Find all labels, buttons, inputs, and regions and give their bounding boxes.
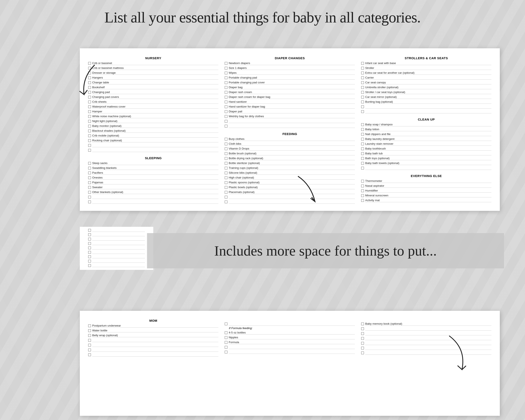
checkbox[interactable] — [88, 251, 91, 254]
checkbox[interactable] — [361, 332, 364, 335]
checkbox[interactable] — [225, 346, 227, 349]
checkbox[interactable] — [361, 86, 364, 89]
checkbox[interactable] — [361, 91, 364, 94]
checkbox[interactable] — [225, 125, 227, 128]
checkbox[interactable] — [225, 110, 227, 113]
checkbox[interactable] — [88, 201, 91, 203]
checkbox[interactable] — [225, 67, 227, 69]
checkbox[interactable] — [225, 147, 227, 150]
checkbox[interactable] — [88, 162, 91, 165]
checkbox[interactable] — [225, 91, 227, 94]
checkbox[interactable] — [361, 81, 364, 84]
checkbox[interactable] — [361, 185, 364, 187]
checkbox[interactable] — [88, 120, 91, 123]
checkbox[interactable] — [361, 76, 364, 79]
checkbox[interactable] — [225, 323, 227, 325]
checkbox[interactable] — [225, 201, 227, 203]
checkbox[interactable] — [88, 134, 91, 137]
checkbox[interactable] — [361, 327, 364, 330]
checkbox[interactable] — [225, 152, 227, 155]
checkbox[interactable] — [88, 238, 91, 241]
checkbox[interactable] — [88, 247, 91, 249]
checkbox[interactable] — [225, 351, 227, 354]
checkbox[interactable] — [361, 101, 364, 103]
checkbox[interactable] — [88, 125, 91, 128]
checkbox[interactable] — [225, 172, 227, 174]
checkbox[interactable] — [88, 354, 91, 356]
checkbox[interactable] — [361, 167, 364, 169]
checkbox[interactable] — [88, 149, 91, 152]
checkbox[interactable] — [225, 191, 227, 194]
checkbox[interactable] — [225, 115, 227, 118]
checkbox[interactable] — [361, 199, 364, 202]
checkbox[interactable] — [361, 342, 364, 345]
checkbox[interactable] — [88, 186, 91, 189]
checkbox[interactable] — [88, 176, 91, 179]
checkbox[interactable] — [88, 325, 91, 327]
checkbox[interactable] — [225, 120, 227, 123]
checkbox[interactable] — [88, 167, 91, 169]
checkbox[interactable] — [225, 76, 227, 79]
checkbox[interactable] — [225, 143, 227, 145]
checkbox[interactable] — [88, 172, 91, 174]
checkbox[interactable] — [361, 72, 364, 74]
checkbox[interactable] — [361, 147, 364, 150]
checkbox[interactable] — [361, 123, 364, 126]
checkbox[interactable] — [88, 229, 91, 232]
checkbox[interactable] — [361, 180, 364, 183]
checkbox[interactable] — [225, 62, 227, 65]
checkbox[interactable] — [361, 105, 364, 108]
checkbox[interactable] — [361, 143, 364, 145]
checkbox[interactable] — [361, 347, 364, 349]
checkbox[interactable] — [225, 72, 227, 74]
checkbox[interactable] — [361, 323, 364, 325]
checkbox[interactable] — [225, 331, 227, 334]
checkbox[interactable] — [361, 110, 364, 113]
checkbox[interactable] — [88, 334, 91, 337]
checkbox[interactable] — [361, 152, 364, 155]
checkbox[interactable] — [361, 194, 364, 197]
checkbox[interactable] — [225, 86, 227, 89]
checkbox[interactable] — [361, 67, 364, 69]
checkbox[interactable] — [361, 352, 364, 354]
checkbox[interactable] — [88, 139, 91, 142]
checkbox[interactable] — [225, 181, 227, 184]
checkbox[interactable] — [88, 196, 91, 198]
checkbox[interactable] — [361, 162, 364, 165]
checkbox[interactable] — [225, 341, 227, 344]
checkbox[interactable] — [88, 349, 91, 351]
checkbox[interactable] — [88, 181, 91, 184]
checkbox[interactable] — [225, 157, 227, 160]
checkbox[interactable] — [361, 189, 364, 192]
checkbox[interactable] — [225, 176, 227, 179]
checkbox[interactable] — [88, 191, 91, 194]
checkbox[interactable] — [361, 138, 364, 140]
checkbox[interactable] — [361, 128, 364, 131]
checkbox[interactable] — [88, 264, 91, 267]
checkbox[interactable] — [88, 233, 91, 236]
checkbox[interactable] — [88, 242, 91, 245]
checkbox[interactable] — [225, 186, 227, 189]
checkbox[interactable] — [88, 339, 91, 342]
checkbox[interactable] — [88, 115, 91, 118]
checkbox[interactable] — [88, 105, 91, 108]
checkbox[interactable] — [225, 162, 227, 165]
checkbox[interactable] — [225, 138, 227, 140]
checkbox[interactable] — [88, 329, 91, 332]
checkbox[interactable] — [88, 110, 91, 113]
checkbox[interactable] — [225, 105, 227, 108]
checkbox[interactable] — [88, 260, 91, 262]
checkbox[interactable] — [225, 167, 227, 169]
checkbox[interactable] — [88, 144, 91, 147]
checkbox[interactable] — [361, 133, 364, 136]
checkbox[interactable] — [225, 196, 227, 198]
checkbox[interactable] — [88, 130, 91, 132]
checkbox[interactable] — [361, 62, 364, 65]
checkbox[interactable] — [225, 81, 227, 84]
checkbox[interactable] — [88, 255, 91, 258]
checkbox[interactable] — [361, 337, 364, 340]
checkbox[interactable] — [361, 157, 364, 160]
checkbox[interactable] — [225, 101, 227, 103]
checkbox[interactable] — [225, 96, 227, 99]
checkbox[interactable] — [361, 96, 364, 99]
